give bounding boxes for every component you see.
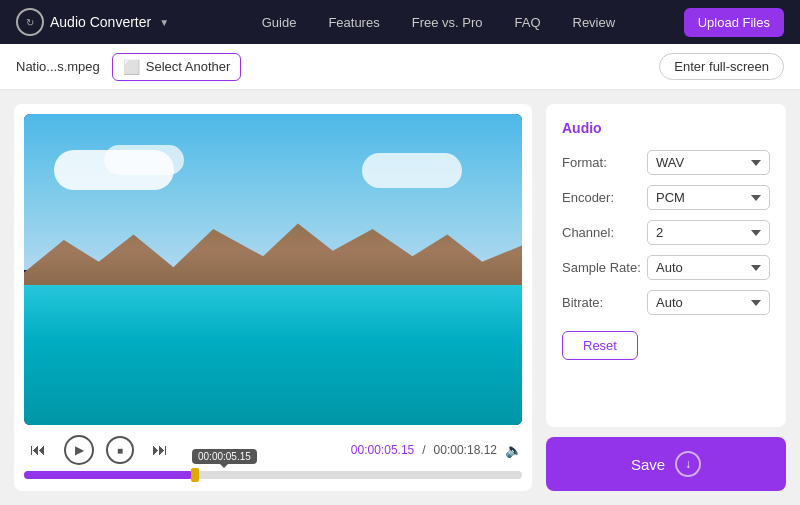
volume-icon[interactable]: 🔈	[505, 442, 522, 458]
format-row: Format: WAVMP3AACFLAC	[562, 150, 770, 175]
encoder-row: Encoder: PCMLAMEAAC	[562, 185, 770, 210]
save-icon: ↓	[675, 451, 701, 477]
sample-rate-label: Sample Rate:	[562, 260, 647, 275]
bitrate-row: Bitrate: Auto128192256	[562, 290, 770, 315]
water-layer	[24, 285, 522, 425]
reset-button[interactable]: Reset	[562, 331, 638, 360]
total-time: 00:00:18.12	[434, 443, 497, 457]
channel-label: Channel:	[562, 225, 647, 240]
current-time: 00:00:05.15	[351, 443, 414, 457]
seek-bar[interactable]	[24, 471, 522, 479]
nav-faq[interactable]: FAQ	[514, 15, 540, 30]
sample-rate-select[interactable]: Auto4410048000	[647, 255, 770, 280]
playback-buttons: ⏮ ▶ ■ ⏭	[24, 435, 343, 465]
cloud-2	[104, 145, 184, 175]
controls-area: ⏮ ▶ ■ ⏭ 00:00:05.15 / 00:00:18.12 🔈 00:0…	[24, 425, 522, 479]
stop-button[interactable]: ■	[106, 436, 134, 464]
select-another-label: Select Another	[146, 59, 231, 74]
app-title: Audio Converter	[50, 14, 151, 30]
seek-container: 00:00:05.15	[24, 471, 522, 479]
play-button[interactable]: ▶	[64, 435, 94, 465]
clouds-layer	[24, 145, 522, 238]
main-nav: Guide Features Free vs. Pro FAQ Review	[193, 15, 684, 30]
video-preview	[24, 114, 522, 425]
filename-label: Natio...s.mpeg	[16, 59, 100, 74]
app-header: ↻ Audio Converter ▼ Guide Features Free …	[0, 0, 800, 44]
nav-guide[interactable]: Guide	[262, 15, 297, 30]
cloud-3	[362, 153, 462, 188]
monitor-icon: ⬜	[123, 59, 140, 75]
save-label: Save	[631, 456, 665, 473]
channel-select[interactable]: 21	[647, 220, 770, 245]
logo-icon: ↻	[16, 8, 44, 36]
app-logo: ↻ Audio Converter ▼	[16, 8, 169, 36]
water-reflection	[24, 285, 522, 341]
audio-settings-card: Audio Format: WAVMP3AACFLAC Encoder: PCM…	[546, 104, 786, 427]
audio-section-title: Audio	[562, 120, 770, 136]
video-panel: ⏮ ▶ ■ ⏭ 00:00:05.15 / 00:00:18.12 🔈 00:0…	[14, 104, 532, 491]
format-select[interactable]: WAVMP3AACFLAC	[647, 150, 770, 175]
select-another-button[interactable]: ⬜ Select Another	[112, 53, 242, 81]
seek-marker	[191, 468, 199, 482]
nav-features[interactable]: Features	[328, 15, 379, 30]
encoder-select[interactable]: PCMLAMEAAC	[647, 185, 770, 210]
bitrate-select[interactable]: Auto128192256	[647, 290, 770, 315]
video-scene	[24, 114, 522, 425]
encoder-label: Encoder:	[562, 190, 647, 205]
settings-panel: Audio Format: WAVMP3AACFLAC Encoder: PCM…	[546, 104, 786, 491]
header-actions: Upload Files	[684, 8, 784, 37]
rewind-button[interactable]: ⏮	[24, 436, 52, 464]
fullscreen-button[interactable]: Enter full-screen	[659, 53, 784, 80]
nav-free-vs-pro[interactable]: Free vs. Pro	[412, 15, 483, 30]
nav-review[interactable]: Review	[573, 15, 616, 30]
upload-files-button[interactable]: Upload Files	[684, 8, 784, 37]
forward-button[interactable]: ⏭	[146, 436, 174, 464]
time-separator: /	[422, 443, 425, 457]
seek-tooltip: 00:00:05.15	[192, 449, 257, 464]
toolbar-left: Natio...s.mpeg ⬜ Select Another	[16, 53, 241, 81]
bitrate-label: Bitrate:	[562, 295, 647, 310]
channel-row: Channel: 21	[562, 220, 770, 245]
format-label: Format:	[562, 155, 647, 170]
main-content: ⏮ ▶ ■ ⏭ 00:00:05.15 / 00:00:18.12 🔈 00:0…	[0, 90, 800, 505]
file-toolbar: Natio...s.mpeg ⬜ Select Another Enter fu…	[0, 44, 800, 90]
save-button[interactable]: Save ↓	[546, 437, 786, 491]
logo-dropdown-icon[interactable]: ▼	[159, 17, 169, 28]
time-row: ⏮ ▶ ■ ⏭ 00:00:05.15 / 00:00:18.12 🔈	[24, 435, 522, 465]
sample-rate-row: Sample Rate: Auto4410048000	[562, 255, 770, 280]
seek-progress	[24, 471, 193, 479]
